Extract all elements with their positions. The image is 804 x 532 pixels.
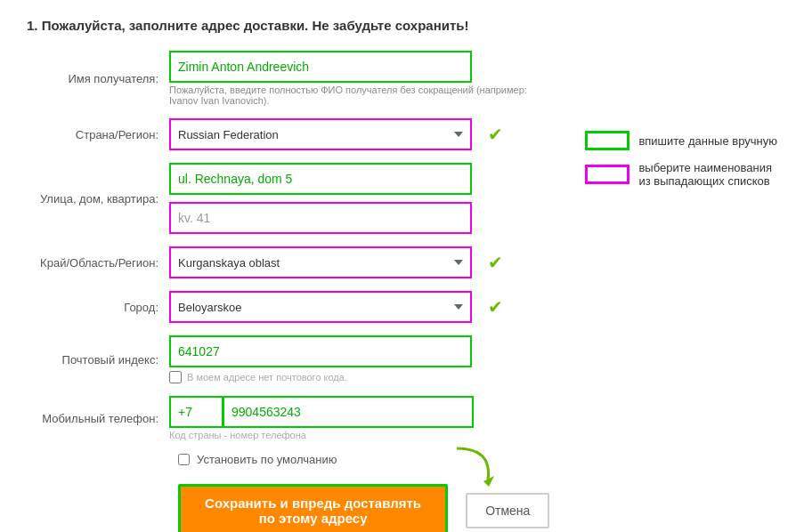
- apt-input[interactable]: [169, 202, 472, 234]
- page-title: 1. Пожалуйста, заполните адрес доставки.…: [27, 18, 777, 33]
- legend-pink-box: [585, 165, 629, 184]
- zip-label: Почтовый индекс:: [27, 353, 169, 367]
- legend-pink-text: выберите наименованияиз выпадающих списк…: [638, 161, 772, 188]
- default-checkbox[interactable]: [178, 454, 190, 465]
- city-label: Город:: [27, 301, 169, 314]
- country-check-icon: ✔: [488, 125, 503, 143]
- no-zip-label: В моем адресе нет почтового кода.: [187, 372, 347, 383]
- legend-green: впишите данные вручную: [585, 131, 777, 150]
- region-select[interactable]: Kurganskaya oblast: [169, 246, 472, 278]
- street-label: Улица, дом, квартира:: [27, 192, 169, 206]
- country-label: Страна/Регион:: [27, 128, 169, 141]
- legend-green-box: [585, 131, 629, 150]
- default-label: Установить по умолчанию: [197, 453, 337, 466]
- region-check-icon: ✔: [488, 254, 503, 271]
- save-button[interactable]: Сохранить и впредь доставлять по этому а…: [178, 484, 448, 532]
- no-zip-checkbox[interactable]: [169, 371, 182, 383]
- recipient-hint: Пожалуйста, введите полностью ФИО получа…: [169, 85, 543, 106]
- phone-code-input[interactable]: [169, 396, 223, 428]
- cancel-button[interactable]: Отмена: [466, 493, 549, 528]
- recipient-input[interactable]: [169, 51, 472, 83]
- phone-label: Мобильный телефон:: [27, 412, 169, 425]
- legend-green-text: впишите данные вручную: [638, 134, 777, 148]
- phone-number-input[interactable]: [224, 396, 474, 428]
- arrow-icon: [448, 444, 501, 488]
- region-label: Край/Область/Регион:: [27, 256, 169, 270]
- phone-hint: Код страны - номер телефона: [169, 430, 549, 440]
- legend-pink: выберите наименованияиз выпадающих списк…: [585, 161, 777, 188]
- street-input[interactable]: [169, 163, 472, 195]
- city-select[interactable]: Beloyarskoe: [169, 291, 472, 323]
- zip-input[interactable]: [169, 335, 472, 367]
- recipient-label: Имя получателя:: [27, 72, 169, 85]
- city-check-icon: ✔: [488, 298, 503, 316]
- country-select[interactable]: Russian Federation: [169, 118, 472, 150]
